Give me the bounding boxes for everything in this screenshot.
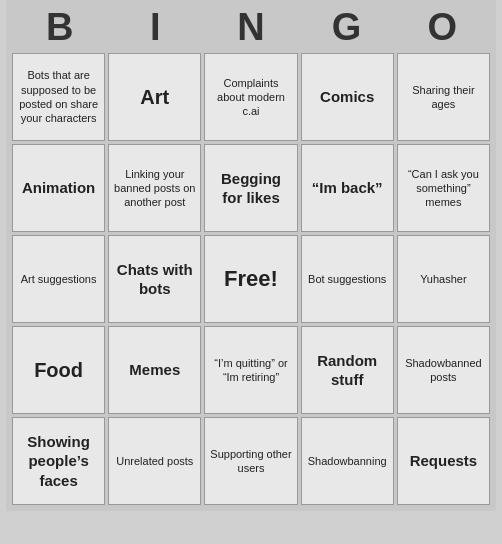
bingo-cell: Supporting other users bbox=[204, 417, 297, 505]
bingo-cell: Bot suggestions bbox=[301, 235, 394, 323]
bingo-cell: Yuhasher bbox=[397, 235, 490, 323]
bingo-cell: Free! bbox=[204, 235, 297, 323]
bingo-cell: Showing people’s faces bbox=[12, 417, 105, 505]
bingo-cell: Linking your banned posts on another pos… bbox=[108, 144, 201, 232]
bingo-cell: Bots that are supposed to be posted on s… bbox=[12, 53, 105, 141]
bingo-cell: Chats with bots bbox=[108, 235, 201, 323]
bingo-cell: Random stuff bbox=[301, 326, 394, 414]
letter-g: G bbox=[303, 6, 391, 49]
bingo-cell: “Im back” bbox=[301, 144, 394, 232]
letter-b: B bbox=[16, 6, 104, 49]
bingo-cell: Shadowbanned posts bbox=[397, 326, 490, 414]
bingo-cell: Comics bbox=[301, 53, 394, 141]
bingo-cell: Memes bbox=[108, 326, 201, 414]
bingo-cell: Food bbox=[12, 326, 105, 414]
bingo-grid: Bots that are supposed to be posted on s… bbox=[12, 53, 490, 505]
bingo-cell: Art suggestions bbox=[12, 235, 105, 323]
bingo-cell: Art bbox=[108, 53, 201, 141]
letter-i: I bbox=[111, 6, 199, 49]
bingo-cell: Requests bbox=[397, 417, 490, 505]
bingo-card: B I N G O Bots that are supposed to be p… bbox=[6, 0, 496, 511]
letter-o: O bbox=[398, 6, 486, 49]
bingo-cell: “Can I ask you something” memes bbox=[397, 144, 490, 232]
bingo-cell: Unrelated posts bbox=[108, 417, 201, 505]
bingo-cell: Begging for likes bbox=[204, 144, 297, 232]
bingo-cell: Sharing their ages bbox=[397, 53, 490, 141]
bingo-cell: “I’m quitting” or “Im retiring” bbox=[204, 326, 297, 414]
bingo-cell: Animation bbox=[12, 144, 105, 232]
bingo-cell: Shadowbanning bbox=[301, 417, 394, 505]
letter-n: N bbox=[207, 6, 295, 49]
bingo-cell: Complaints about modern c.ai bbox=[204, 53, 297, 141]
bingo-header: B I N G O bbox=[12, 6, 490, 49]
